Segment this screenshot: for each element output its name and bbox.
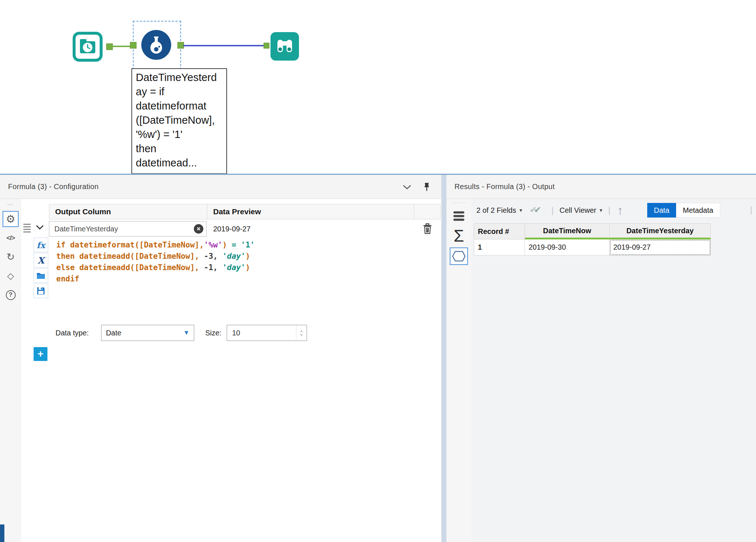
delete-expression-button[interactable] [420, 222, 435, 236]
expression-editor[interactable]: if datetimeformat([DateTimeNow],'%w') = … [56, 241, 414, 286]
profile-summary-button[interactable]: Σ [450, 228, 467, 244]
expression-table-header: Output Column Data Preview [49, 204, 441, 219]
configuration-tab-button[interactable]: ⚙ [3, 211, 19, 227]
annotation-tab-button[interactable]: ◇ [3, 268, 19, 284]
upload-arrow-icon[interactable]: ↑ [617, 203, 623, 218]
chevron-down-icon[interactable]: ▾ [600, 207, 603, 214]
size-spinner[interactable]: ▲ ▼ [296, 325, 307, 341]
pin-icon [423, 182, 431, 192]
save-disk-icon [37, 287, 45, 295]
data-type-label: Data type: [55, 329, 89, 337]
layout-view-button[interactable] [450, 208, 467, 224]
results-table-row: 1 2019-09-30 2019-09-27 [474, 239, 711, 255]
tool-datetime-input[interactable] [72, 31, 103, 62]
expression-editor-toolbar: fx X [34, 238, 49, 299]
tag-icon: ◇ [7, 271, 14, 281]
configuration-left-strip: ⋯ ⚙ </> ↻ ◇ ? [0, 199, 21, 542]
spinner-down-icon: ▼ [299, 333, 303, 337]
panel-divider[interactable] [441, 175, 446, 542]
folder-icon [36, 272, 46, 280]
spinner-up-icon: ▲ [299, 328, 303, 333]
actions-column-header [414, 204, 440, 219]
results-panel: Results - Formula (3) - Output ······ Σ … [446, 175, 756, 542]
expression-row-expander[interactable] [34, 222, 46, 232]
record-number-cell[interactable]: 1 [474, 239, 525, 255]
sigma-icon: Σ [454, 226, 464, 246]
datetime-tool-icon [72, 31, 103, 62]
formula-input-anchor[interactable] [130, 42, 137, 49]
data-type-row: Data type: Date ▼ Size: ▲ ▼ [49, 324, 307, 341]
configuration-panel: Formula (3) - Configuration ⋯ ⚙ < [0, 175, 441, 542]
toolbar-separator: | [608, 205, 610, 215]
collapse-panel-button[interactable] [400, 180, 414, 193]
tab-data[interactable]: Data [647, 203, 676, 218]
expression-tab-button[interactable]: </> [3, 230, 19, 246]
configuration-panel-title: Formula (3) - Configuration [8, 182, 400, 191]
trash-icon [422, 223, 433, 235]
results-toolbar: 2 of 2 Fields ▾ ✔ ✔ | Cell Viewer ▾ | ↑ … [471, 199, 756, 222]
connection-formula-to-browse[interactable] [183, 45, 264, 46]
datetimeyesterday-header[interactable]: DateTimeYesterday [610, 223, 711, 239]
results-table-header-row: Record # DateTimeNow DateTimeYesterday [474, 223, 711, 239]
configuration-panel-header[interactable]: Formula (3) - Configuration [0, 175, 441, 199]
row-drag-grip[interactable] [23, 224, 31, 232]
variables-button[interactable]: X [34, 253, 48, 268]
output-anchor-button[interactable] [450, 247, 468, 265]
pin-panel-button[interactable] [420, 180, 433, 193]
formula-tool-icon [141, 29, 172, 61]
tab-metadata[interactable]: Metadata [676, 203, 720, 218]
chevron-down-icon[interactable]: ▾ [519, 207, 522, 214]
results-panel-title: Results - Formula (3) - Output [454, 182, 748, 191]
datetimenow-cell[interactable]: 2019-09-30 [525, 239, 610, 255]
chevron-down-icon [403, 184, 411, 189]
toolbar-separator: | [750, 205, 752, 215]
data-preview-value: 2019-09-27 [213, 225, 420, 233]
browse-input-anchor[interactable] [264, 43, 269, 49]
gear-icon: ⚙ [6, 214, 15, 224]
data-type-dropdown[interactable]: Date ▼ [101, 325, 194, 341]
output-column-header: Output Column [49, 204, 207, 219]
chevron-down-icon [36, 225, 44, 230]
strip-drag-handle[interactable]: ······ [446, 201, 471, 204]
tool-formula[interactable] [141, 29, 172, 61]
strip-drag-handle[interactable]: ⋯ [0, 201, 21, 208]
fields-summary[interactable]: 2 of 2 Fields [476, 206, 516, 215]
alteryx-designer-window: DateTimeYesterd ay = if datetimeformat (… [0, 0, 756, 542]
variable-x-icon: X [38, 255, 45, 266]
browse-tool-icon [269, 31, 300, 62]
toolbar-separator: | [551, 205, 553, 215]
record-number-header[interactable]: Record # [474, 223, 525, 239]
size-input[interactable] [227, 325, 307, 341]
data-type-value: Date [106, 329, 183, 337]
fx-icon: fx [37, 240, 45, 250]
refresh-icon: ↻ [7, 251, 15, 263]
data-preview-header: Data Preview [207, 204, 414, 219]
rows-icon [453, 211, 464, 221]
expression-row: × 2019-09-27 [49, 220, 441, 238]
workflow-canvas[interactable]: DateTimeYesterd ay = if datetimeformat (… [0, 0, 756, 174]
results-panel-header[interactable]: Results - Formula (3) - Output [446, 175, 756, 199]
output-column-input[interactable] [49, 221, 207, 237]
add-expression-button[interactable]: + [34, 347, 47, 361]
close-icon: × [197, 225, 201, 233]
datetimenow-header[interactable]: DateTimeNow [525, 223, 610, 239]
checkmark-icon: ✔ [534, 205, 541, 215]
results-table: Record # DateTimeNow DateTimeYesterday 1… [474, 223, 711, 255]
results-left-strip: ······ Σ [446, 199, 471, 542]
help-button[interactable]: ? [3, 287, 19, 303]
formula-tool-annotation[interactable]: DateTimeYesterd ay = if datetimeformat (… [131, 68, 227, 174]
apply-check-button[interactable]: ✔ ✔ [529, 205, 545, 216]
functions-button[interactable]: fx [34, 238, 48, 252]
tool-browse[interactable] [269, 31, 300, 62]
open-expression-button[interactable] [34, 268, 48, 283]
cell-viewer-button[interactable]: Cell Viewer [560, 206, 596, 215]
code-icon: </> [6, 234, 15, 242]
refresh-tab-button[interactable]: ↻ [3, 249, 19, 265]
help-icon: ? [6, 290, 16, 300]
size-label: Size: [205, 329, 221, 337]
datetimeyesterday-cell[interactable]: 2019-09-27 [610, 239, 711, 255]
hexagon-anchor-icon [452, 250, 466, 262]
save-expression-button[interactable] [34, 284, 48, 298]
clear-field-button[interactable]: × [194, 224, 203, 234]
window-edge-accent [0, 524, 4, 542]
